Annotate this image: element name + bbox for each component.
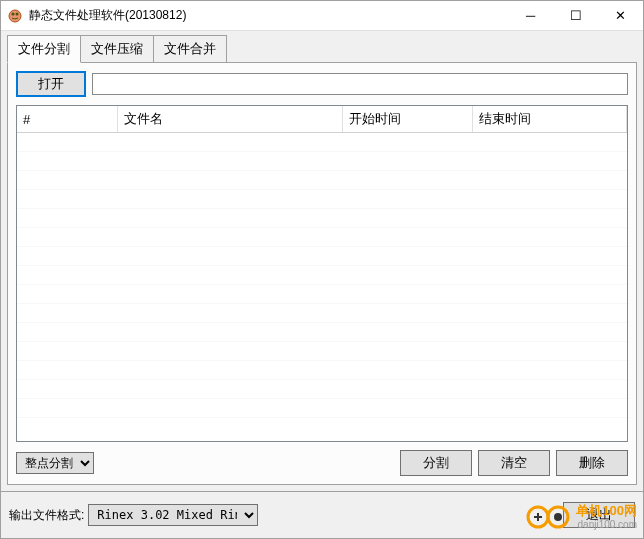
minimize-button[interactable]: ─ <box>508 1 553 30</box>
window-title: 静态文件处理软件(20130812) <box>29 7 508 24</box>
path-input[interactable] <box>92 73 628 95</box>
footer: 输出文件格式: Rinex 3.02 Mixed Rine 退出 单机100网 … <box>1 491 643 538</box>
delete-button[interactable]: 删除 <box>556 450 628 476</box>
app-icon <box>7 8 23 24</box>
format-label: 输出文件格式: <box>9 507 84 524</box>
col-start-time[interactable]: 开始时间 <box>342 106 472 133</box>
col-end-time[interactable]: 结束时间 <box>472 106 627 133</box>
split-button[interactable]: 分割 <box>400 450 472 476</box>
format-select[interactable]: Rinex 3.02 Mixed Rine <box>88 504 258 526</box>
tab-panel: 打开 # 文件名 开始时间 结束时间 <box>7 62 637 485</box>
exit-button[interactable]: 退出 <box>563 502 635 528</box>
close-button[interactable]: ✕ <box>598 1 643 30</box>
file-table: # 文件名 开始时间 结束时间 <box>16 105 628 442</box>
svg-point-0 <box>9 10 21 22</box>
tab-file-split[interactable]: 文件分割 <box>7 35 81 63</box>
titlebar: 静态文件处理软件(20130812) ─ ☐ ✕ <box>1 1 643 31</box>
tab-file-compress[interactable]: 文件压缩 <box>80 35 154 62</box>
mode-select[interactable]: 整点分割 <box>16 452 94 474</box>
maximize-button[interactable]: ☐ <box>553 1 598 30</box>
col-index[interactable]: # <box>17 106 117 133</box>
tab-bar: 文件分割 文件压缩 文件合并 <box>7 35 637 62</box>
col-filename[interactable]: 文件名 <box>117 106 342 133</box>
tab-file-merge[interactable]: 文件合并 <box>153 35 227 62</box>
open-button[interactable]: 打开 <box>16 71 86 97</box>
clear-button[interactable]: 清空 <box>478 450 550 476</box>
svg-point-1 <box>12 12 15 15</box>
svg-point-3 <box>528 507 548 527</box>
table-body[interactable] <box>17 133 627 421</box>
svg-point-7 <box>554 513 562 521</box>
svg-point-2 <box>16 12 19 15</box>
